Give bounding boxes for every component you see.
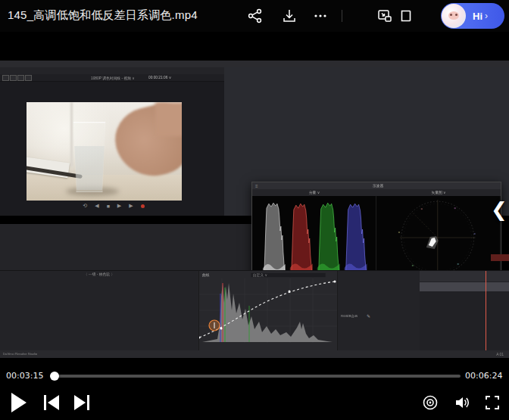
color-wheels-panel: 〈 一级 - 校色轮 〉 (0, 270, 198, 351)
keyframe-selected-lane (420, 282, 509, 291)
wheels-panel-title: 〈 一级 - 校色轮 〉 (20, 272, 179, 277)
statusbar-right-label: A 01 (496, 353, 504, 356)
rgb-mixer-row: RGB混合器 ✎ (341, 313, 373, 319)
account-pill[interactable]: Hi › (441, 3, 504, 29)
scopes-menu-icon: ≡ (255, 184, 258, 188)
window-frame (70, 102, 73, 166)
play-button[interactable] (9, 393, 29, 412)
keyframe-lanes (420, 271, 509, 351)
video-title: 145_高调低饱和低反差日系调色.mp4 (8, 8, 198, 23)
scopes-titlebar: ≡ 示波器 (252, 182, 501, 189)
video-player: 145_高调低饱和低反差日系调色.mp4 Hi › (0, 0, 509, 420)
pip-icon[interactable] (376, 7, 394, 25)
scopes-title: 示波器 (373, 183, 383, 188)
previous-button[interactable] (42, 394, 61, 411)
viewer-timeline-label: 1080P 调色时间线 - 视频 ∨ (91, 76, 135, 81)
curves-plot (199, 278, 338, 343)
mixer-label: RGB混合器 (341, 313, 358, 318)
progress-knob[interactable] (50, 372, 59, 381)
next-button[interactable] (73, 394, 91, 411)
playlist-handle-icon[interactable]: ❮ (491, 198, 507, 222)
record-dot-icon (141, 204, 145, 208)
color-page-viewer: ⟲ ◀ ■ ▶ ▶ (0, 82, 224, 216)
avatar (442, 4, 466, 28)
curves-mode-dropdown: 自定义 ∨ (251, 272, 325, 277)
media-toggle-icon (17, 75, 24, 81)
mini-window-icon[interactable] (397, 7, 415, 25)
timeline-red-clip-fragment (491, 254, 509, 261)
resolve-menubar (0, 61, 509, 67)
vectorscope-selector: 矢量图 ∨ (389, 190, 488, 195)
vectorscope (376, 196, 500, 279)
volume-icon[interactable] (453, 394, 471, 412)
water (73, 146, 105, 190)
loop-icon: ⟲ (83, 203, 87, 209)
curves-panel: 曲线 自定义 ∨ (198, 270, 338, 351)
parade-selector: 分量 ∨ (264, 190, 364, 195)
forearm (155, 102, 182, 136)
edit-icon: ✎ (367, 313, 370, 319)
play-icon: ▶ (117, 203, 121, 209)
chevron-right-icon: › (485, 11, 488, 21)
scopes-body (252, 196, 499, 279)
timeline-toggle-icon (25, 75, 32, 81)
parade-scope (252, 196, 376, 279)
current-time: 00:03:15 (6, 371, 43, 381)
download-icon[interactable] (280, 7, 298, 25)
scopes-window: ≡ 示波器 分量 ∨ 矢量图 ∨ (251, 182, 501, 282)
keyframe-playhead (486, 271, 486, 351)
total-time: 00:06:24 (465, 371, 502, 381)
more-icon[interactable] (311, 7, 329, 25)
progress-row: 00:03:15 00:06:24 (0, 369, 509, 384)
player-controls (0, 387, 509, 420)
lut-toggle-icon (10, 75, 17, 81)
prev-frame-icon: ◀ (95, 203, 98, 209)
stop-icon: ■ (107, 204, 110, 209)
resolve-statusbar: DaVinci Resolve Studio A 01 (0, 350, 509, 358)
topbar-divider (342, 10, 342, 22)
scopes-subheader: 分量 ∨ 矢量图 ∨ (252, 189, 501, 196)
viewer-timecode: 00:00:21:06 ∨ (148, 76, 171, 80)
statusbar-app-label: DaVinci Resolve Studio (3, 353, 37, 356)
next-frame-icon: ▶ (129, 203, 133, 209)
gallery-toggle-icon (2, 75, 9, 81)
danmaku-settings-icon[interactable] (421, 394, 439, 412)
share-icon[interactable] (246, 7, 264, 25)
player-topbar: 145_高调低饱和低反差日系调色.mp4 Hi › (0, 0, 509, 32)
video-screen[interactable]: 1080P 调色时间线 - 视频 ∨ 00:00:21:06 ∨ ⟲ ◀ (0, 32, 509, 363)
progress-bar[interactable] (50, 375, 461, 378)
keyframe-lane-header (420, 271, 509, 282)
fullscreen-icon[interactable] (483, 394, 501, 412)
curves-header: 曲线 自定义 ∨ (199, 271, 338, 278)
keyframe-params-panel: RGB混合器 ✎ (337, 270, 509, 351)
curves-title: 曲线 (202, 272, 210, 277)
account-label: Hi (473, 11, 482, 22)
video-preview-frame (27, 102, 182, 201)
viewer-transport-controls: ⟲ ◀ ■ ▶ ▶ (53, 203, 174, 209)
